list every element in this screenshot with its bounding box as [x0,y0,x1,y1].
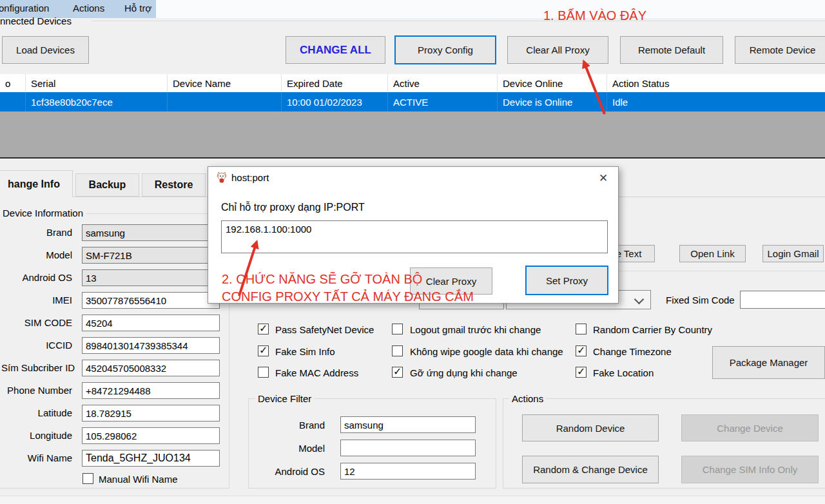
model-label: Model [1,249,72,260]
logout-gmail-label: Logout gmail trước khi change [410,324,541,335]
manual-wifi-name-checkbox[interactable] [82,473,93,484]
close-icon[interactable]: ✕ [592,170,614,186]
annotation-2-line1: 2. CHỨC NĂNG SẼ GỠ TOÀN BỘ [222,272,422,287]
annotation-2-line2: CONFIG PROXY TẤT CẢ MÁY ĐANG CẮM [222,289,474,304]
filter-model-field[interactable] [340,440,476,456]
actions-group-label: Actions [509,393,546,404]
change-device-button[interactable]: Change Device [681,414,819,441]
table-empty-area [0,111,825,159]
imei-field[interactable]: 350077876556410 [82,292,220,309]
column-header-device-name[interactable]: Device Name [168,74,282,92]
fake-location-checkbox[interactable] [576,367,587,378]
login-gmail-button[interactable]: Login Gmail [762,245,824,262]
android-os-field[interactable]: 13 [82,269,220,286]
column-header-action-status[interactable]: Action Status [607,74,825,92]
fixed-sim-code-label: Fixed Sim Code [666,295,735,305]
menu-item-actions[interactable]: Actions [73,3,104,14]
random-and-change-device-button[interactable]: Random & Change Device [522,456,659,483]
cell-expired-date: 10:00 01/02/2023 [282,92,388,111]
change-all-button[interactable]: CHANGE ALL [286,36,385,64]
column-header-serial[interactable]: Serial [26,74,168,92]
pass-safetynet-label: Pass SafetyNet Device [275,324,374,335]
longitude-label: Longitude [1,430,72,441]
phone-number-label: Phone Number [1,385,72,396]
menu-item-ho-tro[interactable]: Hỗ trợ [124,3,151,14]
proxy-input[interactable]: 192.168.1.100:1000 [221,220,608,253]
device-information-group-label: Device Information [0,208,86,218]
pass-safetynet-checkbox[interactable] [258,324,269,334]
fake-mac-address-label: Fake MAC Address [275,367,358,378]
remote-device-button[interactable]: Remote Device [735,36,825,64]
menu-bar: onfiguration Actions Hỗ trợ [0,0,825,18]
column-header-no[interactable]: o [0,74,26,92]
filter-android-os-field[interactable]: 12 [340,463,476,480]
connected-devices-group-label: nnected Devices [0,15,72,26]
open-link-button[interactable]: Open Link [679,245,746,262]
lucky-cat-icon [216,171,228,185]
proxy-hint-label: Chỉ hỗ trợ proxy dạng IP:PORT [221,202,365,213]
fixed-sim-code-field[interactable] [740,291,825,309]
menu-item-configuration[interactable]: onfiguration [0,3,49,14]
random-carrier-label: Random Carrier By Country [593,324,712,335]
cell-device-name [168,92,282,111]
logout-gmail-checkbox[interactable] [392,324,403,334]
android-os-label: Android OS [1,272,72,283]
cell-serial: 1cf38e80b20c7ece [26,92,168,111]
set-proxy-button[interactable]: Set Proxy [525,266,608,295]
fake-location-label: Fake Location [593,367,654,378]
iccid-label: ICCID [1,340,72,351]
fake-sim-info-checkbox[interactable] [258,345,269,356]
tab-change-info[interactable]: hange Info [0,170,73,197]
no-wipe-google-data-label: Không wipe google data khi change [410,346,563,357]
manual-wifi-name-label: Manual Wifi Name [99,474,178,485]
cell-active: ACTIVE [388,92,498,111]
iccid-field[interactable]: 8984013014739385344 [82,337,220,354]
imei-label: IMEI [1,295,72,305]
tab-restore[interactable]: Restore [142,173,206,197]
column-header-device-online[interactable]: Device Online [498,74,607,92]
remove-apps-checkbox[interactable] [392,367,403,378]
status-strip [0,496,825,504]
column-header-active[interactable]: Active [388,74,498,92]
change-timezone-checkbox[interactable] [576,345,587,356]
fake-mac-address-checkbox[interactable] [258,367,269,378]
wifi-name-field[interactable]: Tenda_5GHZ_JUO134 [82,450,220,467]
random-device-button[interactable]: Random Device [522,414,659,441]
annotation-1-text: 1. BẤM VÀO ĐÂY [543,8,646,23]
clear-all-proxy-button[interactable]: Clear All Proxy [507,36,608,64]
no-wipe-google-data-checkbox[interactable] [392,345,403,356]
brand-label: Brand [1,227,72,238]
sim-code-field[interactable]: 45204 [82,315,220,331]
latitude-field[interactable]: 18.782915 [82,405,220,422]
sim-subscriber-id-field[interactable]: 452045705008332 [82,360,220,376]
change-sim-info-only-button[interactable]: Change SIM Info Only [681,456,819,483]
filter-model-label: Model [260,443,325,454]
sim-code-label: SIM CODE [1,317,72,328]
remote-default-button[interactable]: Remote Default [620,36,723,64]
phone-number-field[interactable]: +84721294488 [82,382,220,399]
dialog-title: host:port [231,172,269,183]
fake-sim-info-label: Fake Sim Info [275,346,335,357]
remove-apps-label: Gỡ ứng dụng khi change [410,367,518,378]
longitude-field[interactable]: 105.298062 [82,427,220,444]
cell-device-online: Device is Online [498,92,607,111]
device-filter-group-label: Device Filter [255,393,314,404]
table-header: o Serial Device Name Expired Date Active… [0,74,825,93]
filter-brand-field[interactable]: samsung [340,416,476,433]
proxy-config-button[interactable]: Proxy Config [394,35,496,64]
package-manager-button[interactable]: Package Manager [712,346,825,379]
brand-field[interactable]: samsung [82,224,220,241]
groupbox-border [92,21,825,21]
load-devices-button[interactable]: Load Devices [2,36,89,64]
filter-android-os-label: Android OS [260,466,325,477]
random-carrier-checkbox[interactable] [576,324,587,334]
latitude-label: Latitude [1,407,72,418]
cell-no [0,92,26,111]
sim-subscriber-id-label: Sím Subcriber ID [1,362,72,373]
table-row[interactable]: 1cf38e80b20c7ece 10:00 01/02/2023 ACTIVE… [0,92,825,111]
change-timezone-label: Change Timezone [593,346,672,357]
model-field[interactable]: SM-F721B [82,247,220,264]
wifi-name-label: Wifi Name [1,452,72,463]
column-header-expired-date[interactable]: Expired Date [282,74,388,92]
tab-backup[interactable]: Backup [75,173,139,197]
